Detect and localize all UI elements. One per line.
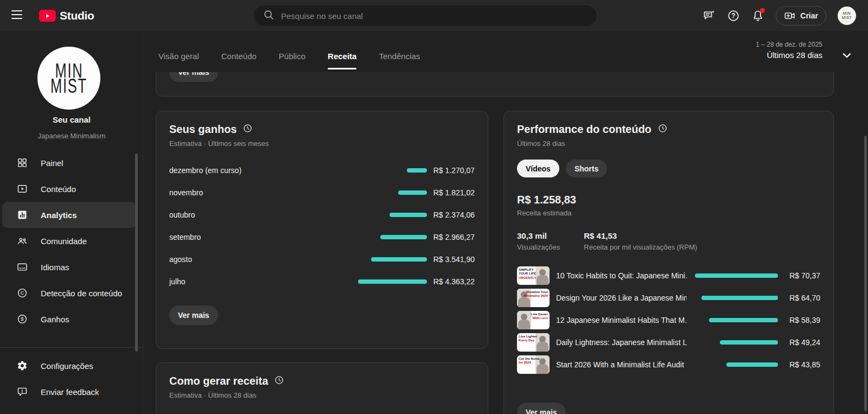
sidebar-item-label: Detecção de conteúdo — [41, 289, 122, 298]
estimated-revenue-value: R$ 1.258,83 — [517, 194, 820, 206]
video-bar-track — [693, 362, 778, 367]
video-title: Design Your 2026 Like a Japanese Min… — [556, 294, 687, 302]
thumbnail-text: Live LighterEvery Day — [519, 335, 537, 343]
studio-wordmark: Studio — [60, 9, 94, 22]
rpm-stat: R$ 41,53 Receita por mil visualizações (… — [584, 231, 697, 251]
earnings-month-row: outubroR$ 2.374,06 — [169, 203, 475, 226]
main-scrollbar[interactable] — [864, 136, 867, 411]
month-bar-track — [355, 168, 427, 173]
sidebar-item-content[interactable]: Conteúdo — [2, 176, 137, 202]
menu-icon[interactable] — [11, 10, 22, 19]
tab-conte-do[interactable]: Conteúdo — [221, 52, 257, 71]
month-revenue-value: R$ 2.966,27 — [427, 233, 475, 241]
search-input[interactable] — [281, 11, 588, 21]
sidebar-item-settings[interactable]: Configurações — [2, 353, 137, 379]
video-row[interactable]: Live LighterEvery DayDaily Lightness: Ja… — [517, 331, 820, 353]
video-title: 10 Toxic Habits to Quit: Japanese Mini… — [556, 271, 687, 280]
sidebar-scrollbar[interactable] — [135, 154, 138, 352]
video-row[interactable]: Live EasierWith Less12 Japanese Minimali… — [517, 309, 820, 331]
tab-vis-o-geral[interactable]: Visão geral — [158, 52, 199, 71]
account-avatar[interactable]: MIN MIST — [838, 7, 856, 25]
sidebar-item-copyright[interactable]: CDetecção de conteúdo — [2, 280, 137, 306]
sidebar-item-subtitles[interactable]: Idiomas — [2, 254, 137, 280]
youtube-play-icon — [39, 10, 56, 22]
copyright-icon: C — [17, 288, 28, 298]
date-filter[interactable]: 1 – 28 de dez. de 2025 Últimos 28 dias — [756, 41, 830, 60]
search-bar[interactable] — [254, 5, 597, 26]
help-icon[interactable]: ? — [727, 9, 740, 22]
sidebar-item-dashboard[interactable]: Painel — [2, 150, 137, 176]
earnings-month-row: dezembro (em curso)R$ 1.270,07 — [169, 159, 475, 181]
performance-see-more-button[interactable]: Ver mais — [517, 403, 566, 414]
video-row[interactable]: Visualize YourMinimalist 2026Design Your… — [517, 286, 820, 309]
sidebar-item-community[interactable]: Comunidade — [2, 228, 137, 254]
feedback-sparkle-icon[interactable] — [703, 9, 716, 22]
create-button[interactable]: Criar — [776, 6, 826, 26]
community-icon — [17, 235, 28, 246]
earnings-month-row: agostoR$ 3.541,90 — [169, 248, 475, 270]
topbar: Studio ? — [0, 0, 868, 31]
thumbnail-text: Cut the Noisefor 2026 — [519, 357, 540, 365]
date-range: 1 – 28 de dez. de 2025 — [756, 41, 822, 48]
month-revenue-value: R$ 1.270,07 — [427, 166, 475, 175]
analytics-icon — [17, 209, 28, 220]
tab-p-blico[interactable]: Público — [279, 52, 305, 71]
video-revenue-bar — [709, 318, 778, 322]
video-title: Start 2026 With a Minimalist Life Audit — [556, 360, 687, 369]
thumbnail-photo — [535, 333, 550, 352]
video-row[interactable]: SIMPLIFYYOUR LIFEURGENTLY10 Toxic Habits… — [517, 264, 820, 286]
video-thumbnail: SIMPLIFYYOUR LIFEURGENTLY — [517, 266, 550, 285]
video-bar-track — [693, 273, 778, 278]
clock-icon — [658, 123, 668, 136]
sidebar-item-analytics[interactable]: Analytics — [2, 202, 137, 228]
video-revenue-value: R$ 58,39 — [784, 316, 820, 324]
channel-title: Seu canal — [0, 115, 143, 124]
sidebar: MIN MIST Seu canal Japanese Minimalism P… — [0, 31, 143, 414]
video-bar-track — [693, 340, 778, 345]
date-preset: Últimos 28 dias — [756, 50, 822, 60]
views-value: 30,3 mil — [517, 231, 560, 240]
tab-tend-ncias[interactable]: Tendências — [379, 52, 420, 71]
feedback-icon: ! — [17, 386, 28, 397]
month-revenue-bar — [398, 190, 427, 195]
video-row[interactable]: Cut the Noisefor 2026Start 2026 With a M… — [517, 353, 820, 375]
notification-badge — [760, 8, 765, 13]
video-revenue-bar — [701, 296, 778, 300]
notifications-bell-icon[interactable] — [751, 9, 764, 22]
sidebar-nav: PainelConteúdoAnalyticsComunidadeIdiomas… — [0, 150, 139, 332]
month-revenue-bar — [407, 168, 427, 173]
content-icon — [17, 183, 28, 194]
sidebar-item-label: Conteúdo — [41, 184, 76, 194]
sidebar-item-label: Enviar feedback — [41, 387, 99, 397]
person-silhouette — [521, 314, 527, 320]
avatar-text: MIN — [843, 11, 851, 15]
monetize-card-subtitle: Estimativa · Últimos 28 dias — [169, 391, 475, 399]
tab-receita[interactable]: Receita — [328, 52, 356, 71]
chevron-down-icon — [840, 48, 854, 65]
svg-text:!: ! — [22, 388, 23, 394]
month-label: outubro — [169, 211, 355, 219]
video-revenue-bar — [726, 362, 778, 367]
chip-shorts[interactable]: Shorts — [566, 160, 607, 177]
studio-logo[interactable]: Studio — [39, 9, 94, 22]
create-video-icon — [784, 10, 796, 22]
thumbnail-text: SIMPLIFYYOUR LIFEURGENTLY — [519, 268, 536, 281]
performance-card-subtitle: Últimos 28 dias — [517, 139, 820, 148]
rpm-label: Receita por mil visualizações (RPM) — [584, 243, 697, 251]
monetize-card-title: Como gerar receita — [169, 375, 268, 387]
month-revenue-value: R$ 2.374,06 — [427, 211, 475, 219]
chip-vídeos[interactable]: Vídeos — [517, 160, 559, 177]
video-revenue-value: R$ 64,70 — [784, 294, 820, 302]
earnings-see-more-button[interactable]: Ver mais — [169, 305, 218, 325]
sidebar-item-feedback[interactable]: !Enviar feedback — [2, 379, 137, 405]
month-label: novembro — [169, 188, 355, 197]
month-label: agosto — [169, 255, 355, 264]
sidebar-item-earn[interactable]: $Ganhos — [2, 306, 137, 332]
person-silhouette — [539, 336, 546, 342]
content-type-chips: VídeosShorts — [517, 160, 820, 177]
month-bar-track — [355, 279, 427, 284]
video-thumbnail: Cut the Noisefor 2026 — [517, 355, 550, 374]
earnings-month-row: julhoR$ 4.363,22 — [169, 270, 475, 292]
video-revenue-value: R$ 49,24 — [784, 338, 820, 347]
channel-avatar[interactable]: MIN MIST — [37, 47, 100, 110]
